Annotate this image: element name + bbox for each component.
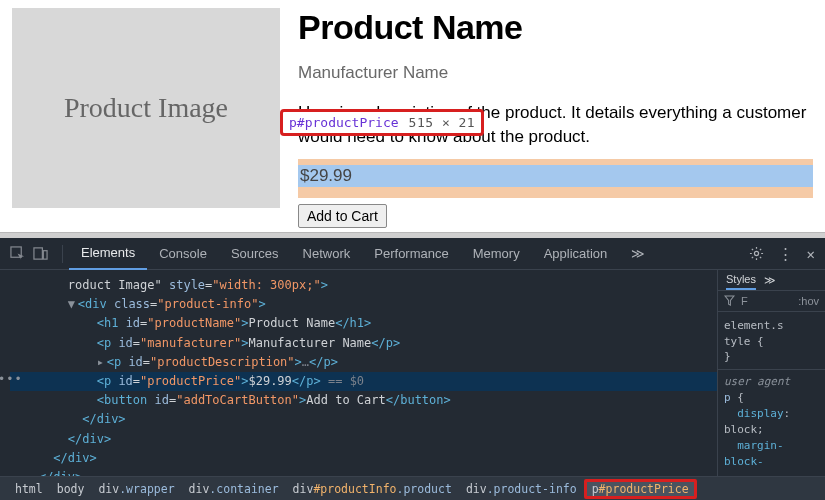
dom-tree-line[interactable]: <p id="manufacturer">Manufacturer Name</… (10, 334, 717, 353)
styles-tab[interactable]: Styles (726, 273, 756, 290)
svg-point-3 (754, 251, 758, 255)
styles-rules-list[interactable]: element.style {}user agentp { display: b… (718, 312, 825, 476)
tooltip-selector: p#productPrice (289, 115, 399, 130)
tab-application[interactable]: Application (532, 238, 620, 270)
rendered-page: Product Image Product Name Manufacturer … (0, 0, 825, 232)
dom-tree-line[interactable]: ▸<p id="productDescription">…</p> (10, 353, 717, 372)
settings-gear-icon[interactable] (749, 246, 764, 261)
filter-icon (724, 295, 735, 306)
product-image-placeholder: Product Image (12, 8, 280, 208)
tab-console[interactable]: Console (147, 238, 219, 270)
svg-rect-1 (34, 248, 42, 259)
dom-tree-line[interactable]: ▼<div class="product-info"> (10, 295, 717, 314)
close-devtools-icon[interactable]: ✕ (807, 246, 815, 262)
tabbar-divider (62, 245, 63, 263)
tab-elements[interactable]: Elements (69, 238, 147, 270)
more-vertical-icon[interactable]: ⋮ (778, 245, 793, 263)
styles-overflow-button[interactable]: ≫ (764, 274, 776, 287)
breadcrumb-div-container[interactable]: div.container (182, 479, 286, 499)
breadcrumb-div-product-info[interactable]: div.product-info (459, 479, 584, 499)
devtools-tabbar: ElementsConsoleSourcesNetworkPerformance… (0, 238, 825, 270)
inspect-element-icon[interactable] (10, 246, 33, 261)
tooltip-dimensions: 515 × 21 (409, 115, 476, 130)
collapsed-siblings-indicator[interactable]: ••• (0, 370, 23, 389)
device-toolbar-icon[interactable] (33, 246, 56, 261)
styles-filter-input[interactable]: F (741, 295, 748, 307)
dom-tree-line[interactable]: <button id="addToCartButton">Add to Cart… (10, 391, 717, 410)
breadcrumb-p-productPrice[interactable]: p#productPrice (584, 479, 697, 499)
inspected-element-margin-bottom (298, 193, 813, 198)
dom-tree-line[interactable]: <h1 id="productName">Product Name</h1> (10, 314, 717, 333)
tab-sources[interactable]: Sources (219, 238, 291, 270)
inspected-element-margin-highlight: $29.99 (298, 159, 813, 193)
dom-tree-line[interactable]: </div> (10, 430, 717, 449)
dom-breadcrumb-trail: htmlbodydiv.wrapperdiv.containerdiv#prod… (0, 476, 825, 500)
breadcrumb-body[interactable]: body (50, 479, 92, 499)
add-to-cart-button[interactable]: Add to Cart (298, 204, 387, 228)
inspected-element-content-highlight: $29.99 (298, 165, 813, 187)
product-info-panel: Product Name Manufacturer Name Here is a… (280, 8, 813, 224)
hov-toggle[interactable]: :hov (798, 295, 819, 307)
styles-sidebar: Styles ≫ F :hov element.style {}user age… (717, 270, 825, 476)
tab-memory[interactable]: Memory (461, 238, 532, 270)
dom-tree-line[interactable]: </div> (10, 468, 717, 476)
dom-tree-line[interactable]: <p id="productPrice">$29.99</p> == $0 (10, 372, 717, 391)
element-inspect-tooltip: p#productPrice 515 × 21 (280, 109, 484, 136)
dom-tree-line[interactable]: </div> (10, 410, 717, 429)
svg-rect-2 (43, 251, 47, 259)
tabs-overflow-button[interactable]: ≫ (619, 238, 657, 270)
breadcrumb-html[interactable]: html (8, 479, 50, 499)
tab-network[interactable]: Network (291, 238, 363, 270)
breadcrumb-div-wrapper[interactable]: div.wrapper (91, 479, 181, 499)
breadcrumb-div-productInfo[interactable]: div#productInfo.product (286, 479, 459, 499)
product-price: $29.99 (300, 166, 352, 186)
dom-tree-line[interactable]: roduct Image" style="width: 300px;"> (10, 276, 717, 295)
elements-dom-tree[interactable]: ••• roduct Image" style="width: 300px;">… (0, 270, 717, 476)
tab-performance[interactable]: Performance (362, 238, 460, 270)
devtools-panel: ElementsConsoleSourcesNetworkPerformance… (0, 238, 825, 500)
product-name-heading: Product Name (298, 8, 813, 47)
dom-tree-line[interactable]: </div> (10, 449, 717, 468)
manufacturer-text: Manufacturer Name (298, 63, 813, 83)
